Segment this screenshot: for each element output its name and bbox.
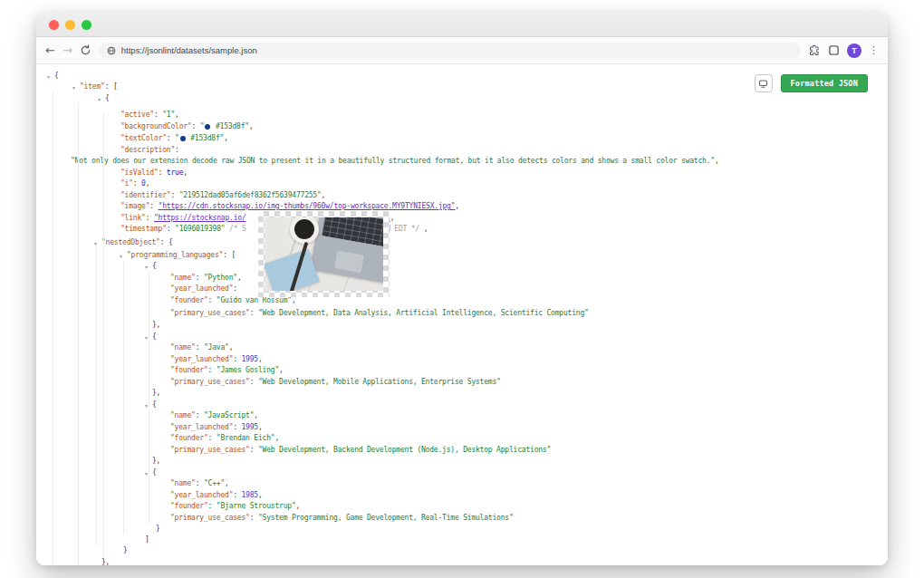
- json-token: {: [152, 262, 157, 270]
- json-line: "founder": "Brendan Eich",: [170, 434, 279, 443]
- json-token: ,: [225, 479, 229, 487]
- zoom-window-button[interactable]: [82, 20, 91, 30]
- json-token: ": [175, 134, 179, 142]
- json-token: "C++": [204, 479, 225, 487]
- json-line: }: [156, 525, 160, 534]
- json-token: "Brendan Eich": [217, 434, 275, 442]
- viewer-actions: Formatted JSON: [755, 74, 868, 92]
- browser-window: ← → https://jsonlint/datasets/sample.jso…: [36, 13, 888, 565]
- formatted-json-button[interactable]: Formatted JSON: [781, 74, 868, 92]
- json-token: ,: [258, 423, 263, 431]
- json-token: ,: [249, 122, 254, 130]
- back-icon[interactable]: ←: [45, 44, 55, 56]
- json-line: }: [123, 546, 128, 555]
- json-token: "Python": [204, 274, 237, 282]
- json-token: ,: [715, 157, 719, 165]
- json-token: ,: [292, 296, 296, 304]
- json-token: "founder": [170, 502, 208, 510]
- url-bar[interactable]: https://jsonlint/datasets/sample.json: [99, 43, 801, 59]
- json-token: #153d8f": [187, 134, 225, 142]
- collapse-arrow-icon[interactable]: ▾: [120, 252, 122, 261]
- json-token: 1995: [241, 423, 257, 431]
- json-token: },: [101, 558, 110, 565]
- indent-guide: [96, 247, 97, 545]
- json-token: ,: [274, 434, 279, 442]
- raw-view-button[interactable]: [755, 74, 773, 92]
- json-line: ▾"nestedObject": {: [101, 238, 173, 247]
- collapse-arrow-icon[interactable]: ▾: [98, 95, 101, 104]
- json-token: "1": [162, 111, 175, 119]
- url-text: https://jsonlint/datasets/sample.json: [121, 45, 257, 55]
- json-token: :: [149, 202, 158, 210]
- collapse-arrow-icon[interactable]: ▾: [145, 263, 148, 272]
- json-token: :: [191, 122, 199, 130]
- json-token: "year_launched": [170, 491, 233, 499]
- json-line: },: [152, 457, 160, 466]
- side-panel-icon[interactable]: [828, 44, 840, 56]
- json-token: "backgroundColor": [120, 122, 191, 130]
- json-token: "primary_use_cases": [170, 378, 250, 386]
- json-line: "active": "1",: [120, 111, 179, 120]
- json-line: "name": "Java",: [170, 343, 233, 352]
- json-token: :: [170, 191, 178, 199]
- json-token: 1995: [241, 355, 257, 363]
- json-token: :: [208, 296, 217, 304]
- json-token: "i": [120, 179, 133, 188]
- json-token: "Guido van Rossum": [217, 296, 292, 304]
- json-token: },: [152, 321, 160, 329]
- json-token: "programming_languages": [127, 251, 223, 259]
- json-token: "Not only does our extension decode raw …: [71, 157, 715, 165]
- json-token: :: [196, 479, 204, 487]
- collapse-arrow-icon[interactable]: ▾: [47, 72, 50, 82]
- json-token: ,: [419, 225, 428, 233]
- json-link[interactable]: "https://stocksnap.io/: [154, 214, 246, 222]
- json-token: :: [167, 225, 175, 233]
- collapse-arrow-icon[interactable]: ▾: [72, 83, 75, 92]
- collapse-arrow-icon[interactable]: ▾: [145, 469, 148, 478]
- json-token: },: [152, 457, 160, 465]
- window-titlebar: [36, 13, 888, 37]
- close-window-button[interactable]: [49, 20, 59, 30]
- json-line: "image": "https://cdn.stocksnap.io/img-t…: [120, 202, 459, 211]
- indent-guide: [123, 260, 124, 535]
- extensions-puzzle-icon[interactable]: [808, 44, 821, 57]
- json-line: "Not only does our extension decode raw …: [71, 157, 719, 166]
- json-token: :: [167, 134, 175, 142]
- json-token: "year_launched": [170, 284, 233, 293]
- json-token: "item": [80, 82, 105, 91]
- json-token: "JavaScript": [204, 411, 254, 419]
- json-token: :: [196, 411, 204, 419]
- browser-menu-icon[interactable]: ⋮: [869, 44, 879, 56]
- color-swatch: [180, 136, 186, 141]
- json-line: "year_launched": 1985,: [170, 491, 263, 500]
- json-token: "nestedObject": [101, 238, 160, 246]
- json-token: :: [208, 434, 217, 442]
- json-token: ": [200, 122, 205, 130]
- json-token: {: [152, 468, 157, 477]
- json-token: "primary_use_cases": [170, 446, 250, 454]
- json-token: ,: [183, 169, 188, 177]
- image-preview-tooltip: [258, 211, 390, 297]
- json-token: }: [123, 546, 128, 554]
- collapse-arrow-icon[interactable]: ▾: [145, 333, 148, 342]
- json-token: :: [159, 169, 167, 177]
- forward-icon[interactable]: →: [63, 44, 72, 56]
- json-link[interactable]: "https://cdn.stocksnap.io/img-thumbs/960…: [159, 202, 456, 210]
- json-token: ,: [237, 274, 242, 282]
- json-line: "primary_use_cases": "Web Development, M…: [170, 378, 501, 387]
- json-token: :: [250, 378, 258, 386]
- reload-icon[interactable]: [80, 44, 91, 56]
- json-line: "name": "Python",: [170, 274, 242, 283]
- json-token: {: [168, 238, 173, 246]
- collapse-arrow-icon[interactable]: ▾: [145, 401, 148, 410]
- json-token: :: [208, 366, 217, 374]
- json-line: "textColor": " #153d8f",: [120, 134, 228, 143]
- json-token: "isValid": [120, 169, 159, 177]
- json-line: "backgroundColor": " #153d8f",: [120, 122, 254, 131]
- profile-avatar[interactable]: T: [847, 43, 861, 58]
- json-line: ▾{: [152, 262, 157, 271]
- json-token: "Java": [204, 343, 229, 352]
- json-token: "primary_use_cases": [170, 514, 250, 522]
- json-token: "Bjarne Stroustrup": [217, 502, 296, 510]
- minimize-window-button[interactable]: [65, 20, 75, 30]
